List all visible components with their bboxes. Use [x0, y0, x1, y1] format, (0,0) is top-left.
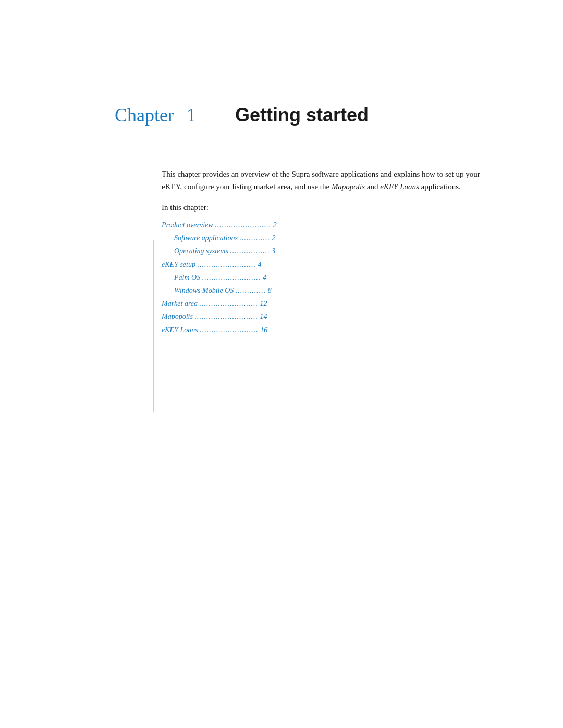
toc-item[interactable]: eKEY Loans ......................... 16 [162, 324, 500, 337]
chapter-title: Chapter 1 Getting started [115, 104, 521, 126]
toc-link-software-applications[interactable]: Software applications [174, 234, 238, 242]
chapter-header: Chapter 1 Getting started [0, 0, 563, 126]
toc-item[interactable]: Market area ......................... 12 [162, 297, 500, 310]
chapter-number: 1 [187, 104, 196, 126]
toc-link-operating-systems[interactable]: Operating systems [174, 247, 228, 255]
toc-link-ekey-loans[interactable]: eKEY Loans [162, 326, 198, 334]
toc-link-product-overview[interactable]: Product overview [162, 221, 213, 229]
toc-link-ekey-setup[interactable]: eKEY setup [162, 261, 195, 268]
toc-link-mapopolis[interactable]: Mapopolis [162, 313, 193, 320]
chapter-word: Chapter [115, 104, 174, 126]
chapter-name: Getting started [235, 104, 369, 126]
page: Chapter 1 Getting started This chapter p… [0, 0, 563, 728]
content-area: This chapter provides an overview of the… [0, 168, 563, 337]
toc-item[interactable]: Palm OS ......................... 4 [162, 271, 500, 284]
toc-item[interactable]: Windows Mobile OS ............. 8 [162, 284, 500, 297]
toc-item[interactable]: Mapopolis ........................... 14 [162, 310, 500, 323]
in-this-chapter-label: In this chapter: [162, 203, 500, 212]
toc-item[interactable]: Operating systems ................. 3 [162, 244, 500, 257]
toc-link-windows-mobile[interactable]: Windows Mobile OS [174, 287, 234, 294]
toc-item[interactable]: Product overview .......................… [162, 218, 500, 231]
toc-link-market-area[interactable]: Market area [162, 300, 198, 307]
toc-item[interactable]: eKEY setup ......................... 4 [162, 258, 500, 271]
intro-paragraph: This chapter provides an overview of the… [162, 168, 500, 193]
toc-item[interactable]: Software applications ............. 2 [162, 231, 500, 244]
left-bar [153, 240, 154, 412]
toc-link-palm-os[interactable]: Palm OS [174, 274, 200, 281]
toc-list: Product overview .......................… [162, 218, 500, 337]
